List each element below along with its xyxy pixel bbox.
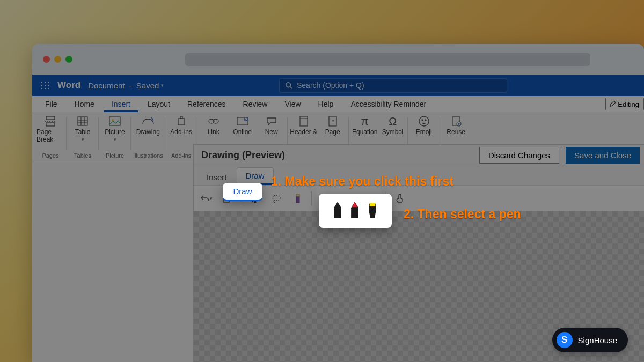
pen-yellow-icon <box>366 200 379 222</box>
svg-rect-2 <box>46 116 55 120</box>
save-and-close-button[interactable]: Save and Close <box>566 147 640 164</box>
highlight-pen-group[interactable] <box>319 194 392 228</box>
tab-insert[interactable]: Insert <box>104 96 138 112</box>
drawing-button[interactable]: Drawing <box>134 115 162 136</box>
emoji-button[interactable]: Emoji <box>410 115 438 136</box>
svg-rect-43 <box>370 203 376 206</box>
search-bar[interactable]: Search (Option + Q) <box>279 78 507 93</box>
addins-icon <box>174 115 188 127</box>
editing-mode-button[interactable]: Editing <box>605 98 644 110</box>
ribbon-group-label: Illustrations <box>133 152 163 160</box>
ribbon-tabs: File Home Insert Layout References Revie… <box>32 96 644 112</box>
svg-point-31 <box>273 195 280 201</box>
window-maximize-button[interactable] <box>65 56 72 63</box>
equation-icon: π <box>358 115 372 127</box>
chevron-down-icon: ▾ <box>114 137 116 142</box>
ribbon-group-label: Pages <box>42 152 58 160</box>
tab-review[interactable]: Review <box>236 96 275 112</box>
picture-icon <box>108 115 122 127</box>
addins-button[interactable]: Add-ins <box>167 115 195 136</box>
drawing-panel-title: Drawing (Preview) <box>201 150 285 161</box>
eraser-tool[interactable] <box>289 189 307 208</box>
reuse-button[interactable]: Reuse <box>442 115 470 136</box>
separator <box>311 191 312 205</box>
online-video-icon <box>236 115 250 127</box>
ribbon-group-tables: Table ▾ Tables <box>67 114 99 160</box>
app-launcher-icon[interactable] <box>40 80 50 90</box>
svg-rect-18 <box>300 116 308 126</box>
svg-rect-32 <box>296 194 299 197</box>
search-icon <box>285 82 292 89</box>
table-button[interactable]: Table ▾ <box>69 115 97 142</box>
signhouse-label: SignHouse <box>578 336 617 345</box>
highlight-draw-label: Draw <box>233 187 252 196</box>
browser-chrome <box>32 44 644 75</box>
page-number-button[interactable]: # Page <box>319 115 347 136</box>
ribbon-group-picture: Picture ▾ Picture <box>99 114 131 160</box>
lasso-tool[interactable] <box>267 189 286 208</box>
picture-button[interactable]: Picture ▾ <box>101 115 129 142</box>
svg-rect-13 <box>180 116 182 119</box>
page-break-icon <box>43 115 57 127</box>
svg-line-1 <box>290 87 292 89</box>
tab-layout[interactable]: Layout <box>140 96 178 112</box>
ribbon-group-illustrations: Drawing Illustrations <box>131 114 165 160</box>
undo-button[interactable]: ▾ <box>197 189 215 208</box>
annotation-step-2: 2. Then select a pen <box>404 207 521 221</box>
header-footer-button[interactable]: Header & <box>290 115 318 136</box>
signhouse-badge[interactable]: S SignHouse <box>552 328 628 352</box>
highlight-draw-tab[interactable]: Draw <box>223 183 262 201</box>
ribbon-group-addins: Add-ins Add-ins <box>165 114 197 160</box>
tab-home[interactable]: Home <box>67 96 102 112</box>
pen-red-icon <box>349 200 361 222</box>
symbol-icon: Ω <box>386 115 400 127</box>
page-number-icon: # <box>326 115 340 127</box>
save-status: Saved <box>136 81 159 90</box>
editing-mode-label: Editing <box>618 100 639 108</box>
chevron-down-icon: ▾ <box>82 137 84 142</box>
annotation-step-1: 1. Make sure you click this first <box>271 174 453 189</box>
svg-point-11 <box>112 119 114 121</box>
symbol-button[interactable]: Ω Symbol <box>380 115 406 136</box>
chevron-down-icon: ▾ <box>161 83 164 88</box>
document-name[interactable]: Document - Saved ▾ <box>88 81 164 90</box>
equation-button[interactable]: π Equation <box>351 115 379 136</box>
new-comment-button[interactable]: New <box>258 115 286 136</box>
svg-marker-39 <box>334 202 341 218</box>
chevron-down-icon: ▾ <box>210 196 213 201</box>
url-bar[interactable] <box>185 53 590 66</box>
ribbon-group-pages: Page Break Pages <box>34 114 67 160</box>
pen-black-icon <box>332 200 343 222</box>
link-icon <box>207 115 221 127</box>
link-button[interactable]: Link <box>200 115 228 136</box>
word-titlebar: Word Document - Saved ▾ Search (Option +… <box>32 75 644 96</box>
svg-point-0 <box>286 83 291 87</box>
emoji-icon <box>417 115 431 127</box>
tab-file[interactable]: File <box>38 96 65 112</box>
app-name: Word <box>57 80 80 91</box>
tab-help[interactable]: Help <box>311 96 341 112</box>
online-video-button[interactable]: Online <box>229 115 257 136</box>
traffic-lights <box>43 56 72 63</box>
svg-rect-33 <box>296 197 299 203</box>
discard-changes-button[interactable]: Discard Changes <box>479 147 559 164</box>
svg-text:#: # <box>331 119 334 124</box>
ribbon-group-label: Tables <box>74 152 91 160</box>
ribbon-group-label: Add-ins <box>171 152 191 160</box>
svg-rect-4 <box>46 123 55 126</box>
window-minimize-button[interactable] <box>54 56 61 63</box>
page-break-button[interactable]: Page Break <box>36 115 64 143</box>
tab-view[interactable]: View <box>277 96 308 112</box>
svg-marker-41 <box>352 202 358 208</box>
comment-icon <box>265 115 279 127</box>
doc-name-text: Document <box>88 81 125 90</box>
ribbon-group-label: Picture <box>106 152 124 160</box>
tab-references[interactable]: References <box>180 96 233 112</box>
search-placeholder: Search (Option + Q) <box>297 81 364 90</box>
touch-draw-toggle[interactable] <box>391 189 409 208</box>
window-close-button[interactable] <box>43 56 50 63</box>
tab-accessibility[interactable]: Accessibility Reminder <box>343 96 434 112</box>
drawing-panel-header: Drawing (Preview) Discard Changes Save a… <box>194 145 644 166</box>
header-icon <box>297 115 311 127</box>
svg-rect-5 <box>78 117 87 125</box>
